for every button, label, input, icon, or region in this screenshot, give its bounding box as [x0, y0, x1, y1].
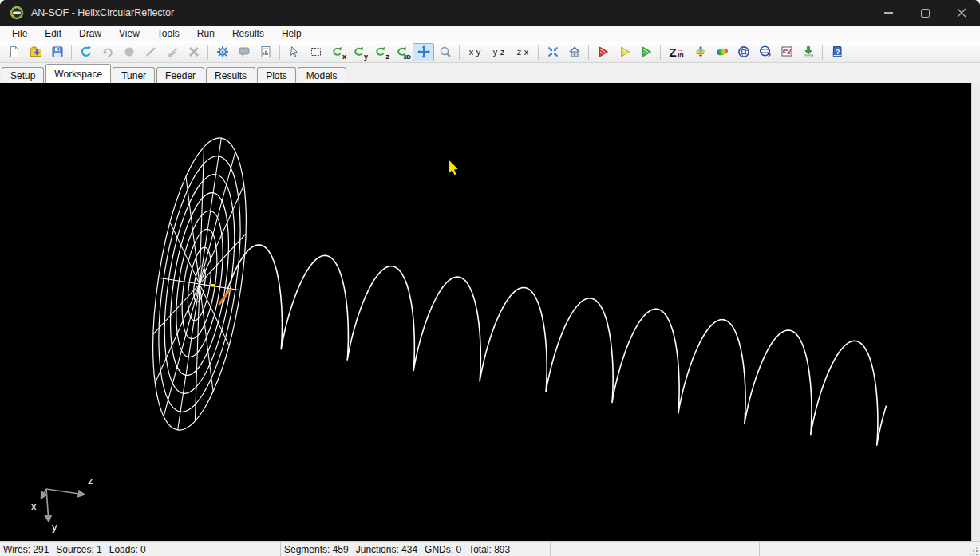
rotate-3d-button[interactable]: 3D	[391, 43, 413, 61]
workspace-canvas[interactable]: xyz	[0, 83, 980, 541]
marquee-select-button[interactable]	[305, 43, 326, 61]
toolbar-separator	[588, 45, 589, 60]
home-icon	[568, 45, 581, 58]
tab-results[interactable]: Results	[206, 67, 255, 83]
near-field-sphere-icon: 2	[759, 45, 772, 58]
modify-icon	[166, 45, 179, 58]
toolbar-separator	[822, 45, 823, 60]
menu-item-view[interactable]: View	[110, 26, 148, 41]
source-point	[211, 284, 215, 287]
rotate-x-button[interactable]: x	[326, 43, 348, 61]
home-view-button[interactable]	[563, 43, 585, 61]
comment-icon	[238, 45, 251, 58]
toolbar-separator	[207, 45, 208, 60]
export-button[interactable]	[797, 43, 819, 61]
far-field-sphere-button[interactable]	[733, 43, 754, 61]
title-bar: AN-SOF - HelixCircularReflector	[0, 0, 980, 26]
rotate-x-icon	[331, 46, 343, 58]
tab-tuner[interactable]: Tuner	[113, 67, 155, 83]
menu-bar: FileEditDrawViewToolsRunResultsHelp	[0, 26, 980, 41]
toolbar: x y z 3D	[0, 41, 980, 63]
rotate-z-button[interactable]: z	[369, 43, 391, 61]
save-button[interactable]	[46, 43, 68, 61]
plot-results-button[interactable]	[776, 43, 797, 61]
view-yz-button[interactable]: y-z	[487, 43, 511, 61]
menu-item-help[interactable]: Help	[273, 26, 310, 41]
zoom-fit-button[interactable]	[542, 43, 563, 61]
pointer-icon	[288, 45, 301, 58]
menu-item-results[interactable]: Results	[223, 26, 273, 41]
draw-line-button[interactable]	[140, 43, 161, 61]
delete-x-icon	[188, 45, 200, 58]
app-window: AN-SOF - HelixCircularReflector FileEdit…	[0, 0, 980, 556]
menu-item-edit[interactable]: Edit	[36, 26, 70, 41]
report-button[interactable]	[255, 43, 276, 61]
run-nearfield-button[interactable]	[635, 43, 657, 61]
line-icon	[144, 45, 157, 58]
rotate-y-button[interactable]: y	[348, 43, 369, 61]
refresh-icon	[80, 45, 93, 58]
delete-button[interactable]	[183, 43, 204, 61]
pan-button[interactable]	[413, 43, 434, 61]
new-file-button[interactable]	[3, 43, 25, 61]
status-total: Total: 893	[468, 544, 510, 555]
helix-wire	[223, 245, 887, 445]
pattern-3d-button[interactable]	[711, 43, 733, 61]
minimize-button[interactable]	[870, 0, 907, 26]
modify-button[interactable]	[161, 43, 183, 61]
help-question-label: ?	[836, 48, 840, 56]
stop-circle-icon	[123, 45, 136, 58]
pointer-button[interactable]	[283, 43, 305, 61]
menu-item-draw[interactable]: Draw	[70, 26, 110, 41]
near-field-sphere-button[interactable]: 2	[754, 43, 776, 61]
plot-icon	[780, 45, 793, 58]
report-icon	[259, 45, 272, 58]
reflector-disc	[136, 132, 263, 436]
mouse-cursor	[449, 160, 458, 175]
close-button[interactable]	[943, 0, 980, 26]
close-icon	[957, 8, 966, 18]
pattern-3d-icon	[716, 45, 729, 58]
menu-item-file[interactable]: File	[3, 26, 36, 41]
menu-item-run[interactable]: Run	[188, 26, 223, 41]
comment-button[interactable]	[233, 43, 255, 61]
view-zx-button[interactable]: z-x	[511, 43, 535, 61]
help-button[interactable]: ?	[826, 43, 848, 61]
toolbar-separator	[538, 45, 539, 60]
axis-triad	[41, 489, 85, 522]
input-impedance-button[interactable]: Z → IN	[664, 43, 690, 61]
fit-extents-icon	[547, 45, 559, 58]
rotate-y-icon	[353, 46, 365, 58]
zin-icon: Z → IN	[669, 47, 684, 57]
status-segments: Segments: 459	[284, 544, 349, 555]
refresh-button[interactable]	[75, 43, 97, 61]
preferences-button[interactable]	[211, 43, 233, 61]
new-file-icon	[8, 45, 21, 58]
run-currents-button[interactable]	[592, 43, 614, 61]
status-panel-4	[760, 542, 980, 556]
open-file-button[interactable]	[25, 43, 46, 61]
toolbar-separator	[660, 45, 661, 60]
open-folder-icon	[30, 45, 42, 58]
tab-feeder[interactable]: Feeder	[156, 67, 204, 83]
view-xy-button[interactable]: x-y	[463, 43, 487, 61]
menu-item-tools[interactable]: Tools	[148, 26, 188, 41]
stop-button[interactable]	[118, 43, 140, 61]
tab-setup[interactable]: Setup	[2, 67, 44, 83]
tab-plots[interactable]: Plots	[257, 67, 296, 83]
status-junctions: Junctions: 434	[356, 544, 417, 555]
minimize-icon	[884, 12, 893, 14]
rotate-x-label: x	[342, 53, 346, 61]
tab-models[interactable]: Models	[298, 67, 346, 83]
window-controls	[870, 0, 980, 26]
radiation-pattern-button[interactable]	[690, 43, 711, 61]
resize-grip[interactable]	[969, 546, 978, 556]
undo-button[interactable]	[97, 43, 118, 61]
status-bar: Wires: 291 Sources: 1 Loads: 0 Segments:…	[0, 541, 980, 556]
maximize-button[interactable]	[907, 0, 943, 26]
tab-workspace[interactable]: Workspace	[45, 64, 111, 83]
far-field-sphere-icon	[737, 45, 750, 58]
pan-move-icon	[417, 45, 430, 58]
zoom-button[interactable]	[434, 43, 456, 61]
run-farfield-button[interactable]	[614, 43, 635, 61]
